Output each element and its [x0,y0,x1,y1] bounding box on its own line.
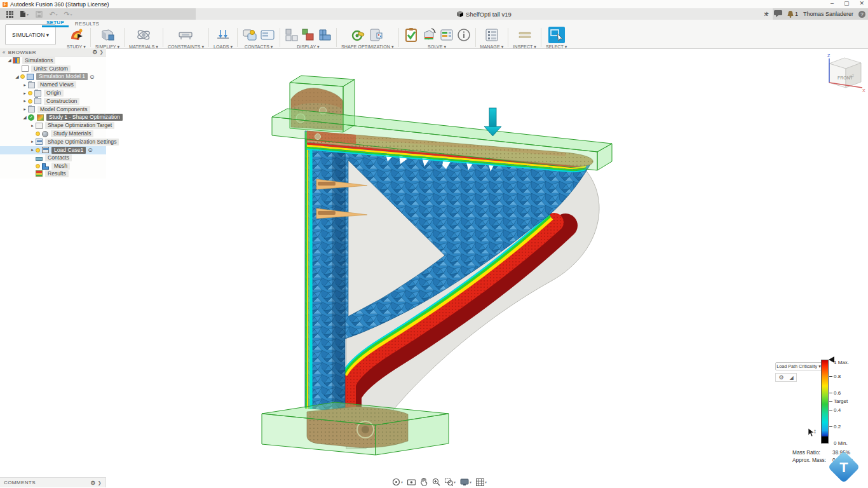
caret-collapsed-icon[interactable]: ▸ [22,83,28,88]
ribbon-group-materials[interactable]: MATERIALS ▾ [126,27,161,50]
chart-icon[interactable]: ◢ [789,375,793,381]
visibility-bulb-icon[interactable] [28,99,32,104]
gear-icon[interactable]: ⚙ [778,374,783,381]
contacts-manage-icon [260,27,275,43]
tree-item-shape-opt-settings[interactable]: ▸ Shape Optimization Settings [0,138,106,146]
notifications[interactable]: 1 [787,11,798,18]
ribbon-group-select[interactable]: SELECT ▾ [543,27,570,50]
ribbon-group-constraints[interactable]: CONSTRAINTS ▾ [165,27,207,50]
ribbon-group-loads[interactable]: LOADS ▾ [210,27,236,50]
solved-check-icon: ✓ [28,114,34,121]
zoom-window-icon[interactable]: ▾ [445,478,456,486]
mass-ratio-label: Mass Ratio: [792,450,826,456]
browser-panel: « BROWSER ⚙ ❯ ◢ Simulations Units: Custo… [0,48,106,179]
tree-item-shape-opt-target[interactable]: ▸ Shape Optimization Target [0,121,106,130]
look-at-icon[interactable] [407,478,416,485]
tree-item-study1[interactable]: ◢ ✓ Study 1 - Shape Optimization [0,114,106,122]
orbit-icon[interactable]: ▾ [392,478,403,486]
help-icon[interactable]: ? [858,11,865,18]
tree-item-mesh[interactable]: Mesh [0,162,106,170]
visibility-bulb-icon[interactable] [36,148,40,152]
file-icon[interactable]: ▾ [19,10,29,18]
document-tab[interactable]: ShelfOpti tall v19 ✕ [196,8,773,20]
model-icon [27,74,34,80]
tree-item-named-views[interactable]: ▸ Named Views [0,81,106,89]
minimize-button[interactable]: – [831,0,834,6]
comments-gear-icon[interactable]: ⚙ [90,480,95,486]
solve-icon [421,27,437,43]
browser-gear-icon[interactable]: ⚙ [92,49,97,55]
user-name[interactable]: Thomas Sanladerer [803,11,853,17]
browser-expand-icon[interactable]: ❯ [100,50,104,55]
solve-details-icon [439,27,454,43]
caret-collapsed-icon[interactable]: ▸ [29,123,36,128]
visibility-bulb-icon[interactable] [28,91,32,95]
caret-expanded-icon[interactable]: ◢ [14,74,20,79]
comments-bar[interactable]: COMMENTS ⚙ ❯ [0,477,106,487]
close-button[interactable]: ✕ [859,0,864,6]
tree-item-results[interactable]: Results [0,170,106,179]
caret-expanded-icon[interactable]: ◢ [22,115,28,120]
app-grid-icon[interactable] [4,10,15,18]
display-settings-icon[interactable]: ▾ [460,478,471,486]
zoom-icon[interactable] [432,478,440,486]
tab-results[interactable]: RESULTS [71,20,103,27]
caret-collapsed-icon[interactable]: ▸ [29,147,36,152]
tree-item-simulation-model[interactable]: ◢ Simulation Model 1 ⊙ [0,73,106,81]
tree-item-study-materials[interactable]: Study Materials [0,130,106,138]
x-axis-label: X [862,88,865,93]
activate-radio-icon[interactable]: ⊙ [88,147,93,153]
window-controls: – ▢ ✕ [831,0,864,6]
grid-settings-icon[interactable]: ▾ [476,478,487,486]
ribbon-group-simplify[interactable]: SIMPLIFY ▾ [92,27,123,50]
tree-item-model-components[interactable]: ▸ Model Components [0,105,106,114]
ribbon-group-shape-optimization[interactable]: SHAPE OPTIMIZATION ▾ [338,27,397,50]
tree-item-simulations[interactable]: ◢ Simulations [0,57,106,65]
undo-icon[interactable]: ↶▾ [48,10,58,18]
caret-collapsed-icon[interactable]: ▸ [22,107,28,112]
ribbon: SIMULATION ▾ SETUP RESULTS STUDY ▾ SIMPL… [0,20,868,49]
legend-tick-06: 0.6 [834,390,841,396]
tree-item-construction[interactable]: ▸ Construction [0,97,106,105]
caret-collapsed-icon[interactable]: ▸ [22,91,28,96]
display-degrees-icon [285,28,299,42]
ribbon-group-manage[interactable]: MANAGE ▾ [477,27,507,50]
caret-collapsed-icon[interactable]: ▸ [29,139,36,144]
legend-tick-02: 0.2 [834,424,841,430]
model-viewport[interactable] [0,0,868,488]
comments-expand-icon[interactable]: ❯ [98,480,102,485]
display-mesh-icon [318,28,332,42]
load-case-icon [42,147,49,153]
target-cube-icon [36,123,43,129]
collapse-panel-icon[interactable]: « [3,50,6,55]
materials-icon [136,27,151,43]
tree-item-load-case1[interactable]: ▸ Load Case1 ⊙ [0,146,106,154]
shape-opt-settings-icon [369,27,384,43]
legend-selector[interactable]: Load Path Criticality ▾ [775,362,822,370]
visibility-bulb-icon[interactable] [20,74,25,79]
viewcube[interactable]: FRONT RT Z X [822,52,867,94]
pan-icon[interactable] [420,478,428,486]
tree-item-units[interactable]: Units: Custom [0,65,106,73]
caret-expanded-icon[interactable]: ◢ [6,58,13,63]
visibility-bulb-icon[interactable] [36,164,40,168]
tree-item-contacts[interactable]: Contacts [0,154,106,163]
ribbon-group-contacts[interactable]: CONTACTS ▾ [239,27,278,50]
save-icon[interactable] [34,10,44,18]
activate-radio-icon[interactable]: ⊙ [90,74,95,80]
criticality-colorbar[interactable] [821,360,829,444]
ribbon-group-solve[interactable]: SOLVE ▾ [400,27,474,50]
tab-setup[interactable]: SETUP [42,20,69,27]
redo-icon[interactable]: ↷▾ [63,10,73,18]
ribbon-group-inspect[interactable]: INSPECT ▾ [510,27,539,50]
maximize-button[interactable]: ▢ [844,0,850,6]
caret-collapsed-icon[interactable]: ▸ [22,98,28,104]
tree-item-origin[interactable]: ▸ Origin [0,89,106,97]
comment-bubble-icon[interactable] [774,10,782,18]
ribbon-group-display[interactable]: DISPLAY ▾ [281,27,335,50]
visibility-bulb-icon[interactable] [36,132,40,136]
new-tab-button[interactable]: + [764,10,769,18]
shape-opt-criteria-icon [351,27,366,43]
mesh-column [305,131,345,412]
ribbon-group-study[interactable]: STUDY ▾ [64,27,89,50]
